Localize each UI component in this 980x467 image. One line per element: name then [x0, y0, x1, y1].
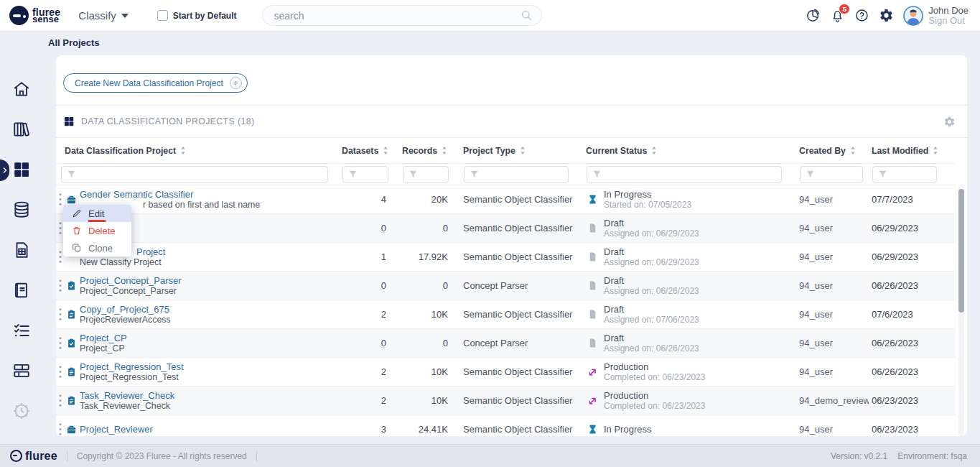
- fluree-logo-icon: [9, 6, 29, 25]
- filter-datasets-input[interactable]: [342, 166, 388, 183]
- project-type-value: Semantic Object Classifier: [454, 387, 583, 415]
- sidebar-item-home[interactable]: [12, 80, 31, 98]
- table-row: Copy_of_Project_675 ProjecReviewerAccess…: [56, 300, 956, 329]
- start-by-default-checkbox[interactable]: [157, 10, 168, 21]
- sidebar-item-servers[interactable]: [12, 361, 31, 380]
- user-menu[interactable]: John Doe Sign Out: [903, 6, 969, 26]
- last-modified-value: 06/26/2023: [869, 272, 956, 300]
- context-menu-clone[interactable]: Clone: [63, 239, 131, 256]
- records-value: 0: [393, 329, 454, 357]
- row-actions-kebab-icon[interactable]: [58, 221, 63, 235]
- status-label: In Progress: [604, 189, 691, 200]
- search-input[interactable]: [263, 10, 521, 22]
- project-name-link[interactable]: Task_Reviewer_Check: [80, 390, 174, 401]
- scrollbar-thumb[interactable]: [958, 189, 964, 313]
- filter-status-input[interactable]: [587, 166, 782, 183]
- project-name-link[interactable]: Gender Semantic Classifier: [80, 189, 260, 200]
- page-title: All Projects: [48, 37, 100, 48]
- status-detail: Completed on: 06/23/2023: [604, 401, 705, 411]
- sidebar-item-scheduled-settings[interactable]: [12, 402, 31, 420]
- project-name-link[interactable]: Project_CP: [80, 333, 127, 343]
- context-menu-edit[interactable]: Edit: [63, 205, 131, 222]
- status-icon: [587, 193, 598, 205]
- sidebar-item-datasets[interactable]: [12, 200, 31, 219]
- last-modified-value: 06/26/2023: [869, 329, 956, 357]
- filter-created-by-input[interactable]: [800, 166, 863, 183]
- row-context-menu: Edit Delete Clone: [63, 205, 131, 256]
- sort-icon: [933, 146, 938, 155]
- table-row: Project New Classify Project 1 17.92K Se…: [56, 243, 956, 272]
- project-subtitle: Project_Regression_Test: [80, 372, 184, 382]
- sidebar-item-notebook[interactable]: [12, 281, 31, 300]
- created-by-value: 94_user: [795, 214, 869, 242]
- row-actions-kebab-icon[interactable]: [58, 422, 63, 436]
- top-bar: fluree sense Classify Start by Default 5: [0, 0, 980, 32]
- sidebar-item-library[interactable]: [12, 120, 31, 139]
- fluree-sense-logo[interactable]: fluree sense: [9, 6, 60, 25]
- column-header-current-status[interactable]: Current Status: [583, 138, 795, 163]
- table-settings-gear-icon[interactable]: [943, 116, 956, 128]
- project-type-value: Semantic Object Classifier: [454, 358, 583, 386]
- column-header-datasets[interactable]: Datasets: [337, 138, 393, 163]
- row-actions-kebab-icon[interactable]: [58, 250, 63, 264]
- row-actions-kebab-icon[interactable]: [58, 394, 63, 407]
- section-title: DATA CLASSIFICATION PROJECTS (18): [81, 116, 254, 126]
- datasets-value: 4: [337, 185, 393, 213]
- sign-out-link[interactable]: Sign Out: [928, 16, 969, 26]
- last-modified-value: 07/7/2023: [869, 185, 956, 213]
- row-actions-kebab-icon[interactable]: [58, 336, 63, 350]
- filter-project-input[interactable]: [61, 166, 328, 183]
- avatar: [903, 6, 923, 26]
- status-label: Draft: [604, 275, 699, 286]
- context-menu-delete[interactable]: Delete: [63, 222, 131, 239]
- sidebar-item-projects[interactable]: [12, 160, 31, 179]
- column-header-created-by[interactable]: Created By: [795, 138, 869, 163]
- help-icon[interactable]: [854, 8, 869, 23]
- row-actions-kebab-icon[interactable]: [58, 193, 63, 206]
- column-header-last-modified[interactable]: Last Modified: [869, 138, 956, 163]
- footer-environment: Environment: fsqa: [897, 451, 967, 461]
- project-name-link[interactable]: Project: [136, 246, 165, 257]
- analytics-icon[interactable]: [806, 8, 821, 23]
- project-name-link[interactable]: Project_Reviewer: [80, 424, 153, 435]
- status-label: In Progress: [604, 424, 651, 435]
- records-value: 10K: [393, 358, 454, 386]
- last-modified-value: 06/23/2023: [869, 415, 956, 436]
- project-name-link[interactable]: Copy_of_Project_675: [80, 304, 171, 315]
- sidebar-nav: [0, 32, 43, 444]
- project-name-link[interactable]: Project_Concept_Parser: [80, 275, 182, 286]
- filter-records-input[interactable]: [403, 166, 449, 183]
- global-search: [262, 5, 542, 26]
- column-header-project-type[interactable]: Project Type: [454, 138, 583, 163]
- trash-icon: [72, 226, 82, 236]
- gear-clock-icon: [12, 402, 31, 420]
- project-name-link[interactable]: Project_Regression_Test: [80, 361, 184, 372]
- settings-gear-icon[interactable]: [879, 8, 894, 23]
- row-actions-kebab-icon[interactable]: [58, 308, 63, 321]
- row-actions-kebab-icon[interactable]: [58, 279, 63, 292]
- fluree-logo-icon: [10, 450, 22, 462]
- column-header-records[interactable]: Records: [393, 138, 454, 163]
- sidebar-item-tasks[interactable]: [12, 321, 31, 340]
- server-rows-icon: [12, 361, 31, 380]
- filter-last-modified-input[interactable]: [872, 166, 937, 183]
- user-name: John Doe: [928, 6, 969, 16]
- sidebar-item-reports[interactable]: [12, 241, 31, 259]
- last-modified-value: 06/23/2023: [869, 387, 956, 415]
- notifications-bell-icon[interactable]: 5: [830, 8, 845, 23]
- app-switcher-dropdown[interactable]: Classify: [78, 9, 129, 22]
- project-type-value: Semantic Object Classifier: [454, 185, 583, 213]
- status-detail: Assigned on: 06/29/2023: [604, 257, 699, 267]
- created-by-value: 94_demo_review: [795, 387, 869, 415]
- created-by-value: 94_user: [795, 243, 869, 271]
- created-by-value: 94_user: [795, 329, 869, 357]
- filter-project-type-input[interactable]: [464, 166, 569, 183]
- projects-card: Create New Data Classification Project +…: [56, 55, 967, 436]
- row-actions-kebab-icon[interactable]: [58, 365, 63, 379]
- project-type-value: Semantic Object Classifier: [454, 214, 583, 242]
- sort-icon: [180, 146, 186, 155]
- status-detail: Assigned on: 07/06/2023: [604, 315, 699, 325]
- column-header-project[interactable]: Data Classification Project: [56, 138, 337, 163]
- create-project-button[interactable]: Create New Data Classification Project +: [63, 73, 248, 93]
- status-detail: Started on: 07/05/2023: [604, 200, 691, 210]
